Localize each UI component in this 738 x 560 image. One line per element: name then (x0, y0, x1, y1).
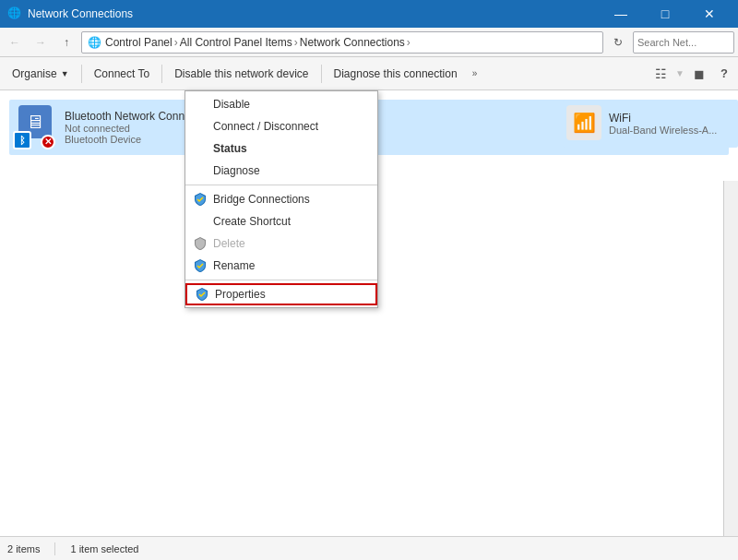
conn-name-wifi: WiFi (609, 112, 717, 125)
search-input[interactable] (637, 37, 738, 48)
ctx-properties-label: Properties (215, 288, 266, 301)
disable-label: Disable this network device (174, 67, 308, 80)
ctx-connect-disconnect[interactable]: Connect / Disconnect (185, 115, 377, 137)
ctx-diagnose-label: Diagnose (213, 164, 260, 177)
ctx-delete-icon (193, 236, 208, 251)
ctx-disable[interactable]: Disable (185, 93, 377, 115)
address-bar: ← → ↑ 🌐 Control Panel › All Control Pane… (0, 28, 738, 57)
ctx-rename[interactable]: Rename (185, 255, 377, 277)
up-button[interactable]: ↑ (55, 31, 77, 54)
connection-item-wifi[interactable]: 📶 WiFi Dual-Band Wireless-A... (563, 100, 738, 148)
ctx-delete-label: Delete (213, 237, 245, 250)
ctx-delete[interactable]: Delete (185, 232, 377, 255)
ctx-sep1 (185, 185, 377, 185)
path-sep1: › (174, 36, 178, 49)
toolbar-right: ☷ ▼ ◼ ? (648, 61, 734, 87)
window-icon: 🌐 (7, 6, 22, 21)
close-button[interactable]: ✕ (688, 0, 731, 28)
refresh-button[interactable]: ↻ (607, 31, 629, 54)
ctx-bridge-label: Bridge Connections (213, 193, 310, 206)
disable-button[interactable]: Disable this network device (166, 61, 316, 87)
connection-icon-bluetooth: 🖥 ᛒ ✕ (13, 105, 57, 149)
ctx-disable-label: Disable (213, 98, 250, 111)
search-box[interactable]: 🔍 (633, 31, 734, 54)
ctx-diagnose[interactable]: Diagnose (185, 160, 377, 182)
ctx-properties-icon (195, 287, 209, 302)
more-button[interactable]: » (468, 61, 482, 87)
connect-to-button[interactable]: Connect To (86, 61, 159, 87)
maximize-button[interactable]: □ (644, 0, 686, 28)
ctx-rename-icon (193, 258, 208, 273)
ctx-bridge-icon (193, 192, 208, 207)
toolbar-sep2 (161, 65, 162, 83)
status-items: 2 items (7, 543, 40, 554)
path-icon: 🌐 (88, 36, 101, 49)
diagnose-button[interactable]: Diagnose this connection (326, 61, 466, 87)
minimize-button[interactable]: — (600, 0, 642, 28)
connection-icon-wifi: 📶 (566, 105, 603, 142)
ctx-connect-icon (193, 119, 208, 134)
organise-chevron: ▼ (61, 69, 69, 78)
view-toggle-button[interactable]: ☷ (648, 61, 673, 87)
ctx-rename-label: Rename (213, 259, 255, 272)
title-bar-controls: — □ ✕ (600, 0, 731, 28)
status-sep (54, 542, 55, 555)
title-bar: 🌐 Network Connections — □ ✕ (0, 0, 738, 28)
conn-status-wifi: Dual-Band Wireless-A... (609, 125, 717, 136)
toolbar-sep3 (321, 65, 322, 83)
forward-button[interactable]: → (30, 31, 52, 54)
toolbar-sep1 (81, 65, 82, 83)
preview-pane-button[interactable]: ◼ (686, 61, 712, 87)
ctx-status-icon (193, 141, 208, 156)
window-title: Network Connections (28, 7, 600, 20)
path-sep2: › (294, 36, 298, 49)
ctx-disable-icon (193, 97, 208, 112)
connection-info-wifi: WiFi Dual-Band Wireless-A... (609, 112, 717, 136)
ctx-status[interactable]: Status (185, 137, 377, 160)
ctx-shortcut-icon (193, 214, 208, 229)
ctx-bridge-connections[interactable]: Bridge Connections (185, 188, 377, 210)
view-sep: ▼ (675, 68, 684, 78)
organise-button[interactable]: Organise ▼ (4, 61, 77, 87)
path-part2: All Control Panel Items (180, 36, 292, 49)
back-button[interactable]: ← (4, 31, 26, 54)
scrollbar[interactable] (723, 181, 738, 560)
path-part3: Network Connections (300, 36, 405, 49)
ctx-properties[interactable]: Properties (185, 283, 377, 305)
ctx-sep2 (185, 280, 377, 280)
path-sep3: › (407, 36, 411, 49)
address-path[interactable]: 🌐 Control Panel › All Control Panel Item… (81, 31, 603, 54)
ctx-connect-label: Connect / Disconnect (213, 120, 318, 133)
status-bar: 2 items 1 item selected (0, 536, 738, 560)
path-part1: Control Panel (105, 36, 173, 49)
toolbar: Organise ▼ Connect To Disable this netwo… (0, 57, 738, 90)
diagnose-label: Diagnose this connection (334, 67, 458, 80)
ctx-create-shortcut[interactable]: Create Shortcut (185, 210, 377, 232)
ctx-status-label: Status (213, 142, 247, 155)
context-menu: Disable Connect / Disconnect Status Diag… (184, 90, 378, 308)
connect-to-label: Connect To (94, 67, 150, 80)
organise-label: Organise (12, 67, 57, 80)
ctx-shortcut-label: Create Shortcut (213, 215, 291, 228)
status-selected: 1 item selected (70, 543, 138, 554)
help-button[interactable]: ? (714, 64, 734, 84)
ctx-diagnose-icon (193, 163, 208, 178)
